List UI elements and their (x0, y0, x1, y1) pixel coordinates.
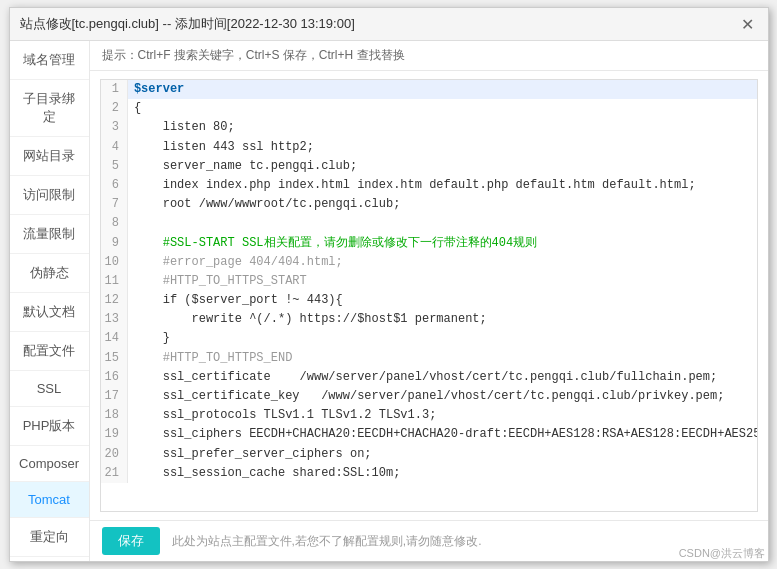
save-button[interactable]: 保存 (102, 527, 160, 555)
sidebar-item-config[interactable]: 配置文件 (10, 332, 89, 371)
content-area: 域名管理子目录绑定网站目录访问限制流量限制伪静态默认文档配置文件SSLPHP版本… (10, 41, 768, 561)
sidebar-item-domain[interactable]: 域名管理 (10, 41, 89, 80)
main-window: 站点修改[tc.pengqi.club] -- 添加时间[2022-12-30 … (9, 7, 769, 562)
code-line-16: 16 ssl_certificate /www/server/panel/vho… (101, 368, 758, 387)
code-editor[interactable]: 1$server2{3 listen 80;4 listen 443 ssl h… (100, 79, 758, 512)
sidebar-item-subdir[interactable]: 子目录绑定 (10, 80, 89, 137)
watermark: CSDN@洪云博客 (679, 546, 765, 561)
sidebar-item-default[interactable]: 默认文档 (10, 293, 89, 332)
sidebar-item-tomcat[interactable]: Tomcat (10, 482, 89, 518)
code-table: 1$server2{3 listen 80;4 listen 443 ssl h… (101, 80, 758, 483)
sidebar-item-traffic[interactable]: 流量限制 (10, 215, 89, 254)
code-line-7: 7 root /www/wwwroot/tc.pengqi.club; (101, 195, 758, 214)
sidebar-item-website[interactable]: 网站目录 (10, 137, 89, 176)
bottom-hint: 此处为站点主配置文件,若您不了解配置规则,请勿随意修改. (172, 533, 482, 550)
main-panel: 提示：Ctrl+F 搜索关键字，Ctrl+S 保存，Ctrl+H 查找替换 1$… (90, 41, 768, 561)
sidebar-item-ssl[interactable]: SSL (10, 371, 89, 407)
code-line-11: 11 #HTTP_TO_HTTPS_START (101, 272, 758, 291)
code-line-18: 18 ssl_protocols TLSv1.1 TLSv1.2 TLSv1.3… (101, 406, 758, 425)
code-line-17: 17 ssl_certificate_key /www/server/panel… (101, 387, 758, 406)
bottom-bar: 保存 此处为站点主配置文件,若您不了解配置规则,请勿随意修改. (90, 520, 768, 561)
sidebar: 域名管理子目录绑定网站目录访问限制流量限制伪静态默认文档配置文件SSLPHP版本… (10, 41, 90, 561)
code-line-1: 1$server (101, 80, 758, 99)
code-line-21: 21 ssl_session_cache shared:SSL:10m; (101, 464, 758, 483)
sidebar-item-composer[interactable]: Composer (10, 446, 89, 482)
hint-bar: 提示：Ctrl+F 搜索关键字，Ctrl+S 保存，Ctrl+H 查找替换 (90, 41, 768, 71)
code-line-19: 19 ssl_ciphers EECDH+CHACHA20:EECDH+CHAC… (101, 425, 758, 444)
code-line-5: 5 server_name tc.pengqi.club; (101, 157, 758, 176)
window-title: 站点修改[tc.pengqi.club] -- 添加时间[2022-12-30 … (20, 15, 355, 33)
code-line-13: 13 rewrite ^(/.*) https://$host$1 perman… (101, 310, 758, 329)
code-line-14: 14 } (101, 329, 758, 348)
code-line-6: 6 index index.php index.html index.htm d… (101, 176, 758, 195)
sidebar-item-access[interactable]: 访问限制 (10, 176, 89, 215)
sidebar-item-static[interactable]: 伪静态 (10, 254, 89, 293)
code-line-10: 10 #error_page 404/404.html; (101, 253, 758, 272)
code-line-8: 8 (101, 214, 758, 233)
code-line-2: 2{ (101, 99, 758, 118)
code-line-15: 15 #HTTP_TO_HTTPS_END (101, 349, 758, 368)
editor-wrapper: 1$server2{3 listen 80;4 listen 443 ssl h… (90, 71, 768, 520)
code-line-9: 9 #SSL-START SSL相关配置，请勿删除或修改下一行带注释的404规则 (101, 234, 758, 253)
sidebar-item-php[interactable]: PHP版本 (10, 407, 89, 446)
code-line-20: 20 ssl_prefer_server_ciphers on; (101, 445, 758, 464)
code-line-3: 3 listen 80; (101, 118, 758, 137)
close-button[interactable]: ✕ (738, 14, 758, 34)
sidebar-item-redirect[interactable]: 重定向 (10, 518, 89, 557)
code-line-4: 4 listen 443 ssl http2; (101, 138, 758, 157)
code-line-12: 12 if ($server_port !~ 443){ (101, 291, 758, 310)
title-bar: 站点修改[tc.pengqi.club] -- 添加时间[2022-12-30 … (10, 8, 768, 41)
